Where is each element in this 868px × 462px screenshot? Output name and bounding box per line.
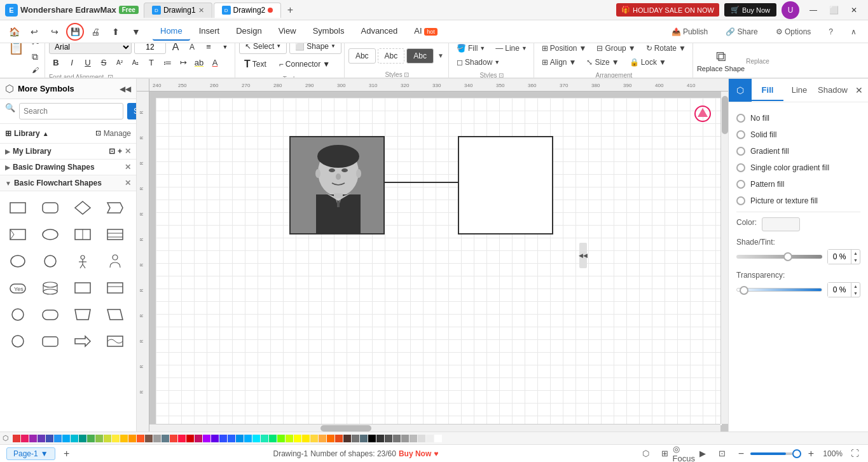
home-quick-button[interactable]: 🏠	[5, 23, 23, 41]
palette-color-swatch[interactable]	[170, 435, 177, 442]
fill-radio-picture[interactable]	[736, 196, 745, 205]
fill-style-button[interactable]: 🪣 Fill ▼	[453, 43, 489, 54]
shape-rect2[interactable]	[70, 276, 95, 299]
shape-person2[interactable]	[102, 250, 128, 273]
palette-color-swatch[interactable]	[310, 435, 318, 442]
palette-color-swatch[interactable]	[38, 435, 45, 442]
fit-button[interactable]: ⊡	[715, 447, 729, 461]
position-button[interactable]: ⊞ Position ▼	[538, 43, 591, 54]
palette-color-swatch[interactable]	[410, 435, 417, 442]
palette-color-swatch[interactable]	[434, 435, 442, 442]
minimize-button[interactable]: —	[804, 3, 822, 17]
connector-button[interactable]: ⌐ Connector ▼	[274, 57, 335, 72]
fullscreen-button[interactable]: ⛶	[848, 447, 862, 461]
transparency-thumb[interactable]	[740, 286, 748, 295]
shade-up-arrow[interactable]: ▲	[851, 250, 860, 257]
shade-input[interactable]	[828, 250, 851, 264]
basic-flowchart-close[interactable]: ✕	[125, 179, 131, 187]
text-button[interactable]: T Text	[239, 57, 272, 72]
shape-notch-rect[interactable]	[5, 223, 31, 246]
shape-diamond[interactable]	[70, 196, 95, 219]
scene-view-icon[interactable]: ⊞	[658, 447, 672, 461]
color-swatch[interactable]	[762, 217, 800, 231]
shadow-style-button[interactable]: ◻ Shadow ▼	[453, 57, 531, 68]
focus-button[interactable]: ◎ Focus	[677, 447, 691, 461]
maximize-button[interactable]: ⬜	[825, 3, 843, 17]
palette-color-swatch[interactable]	[186, 435, 194, 442]
right-panel-close[interactable]: ✕	[850, 85, 868, 95]
zoom-slider[interactable]	[750, 452, 801, 455]
print-button[interactable]: 🖨	[86, 23, 104, 41]
palette-color-swatch[interactable]	[21, 435, 29, 442]
style-expand-button[interactable]: ▼	[436, 43, 446, 69]
fill-radio-pattern[interactable]	[736, 180, 745, 189]
shape-cylinder[interactable]	[38, 276, 63, 299]
palette-color-swatch[interactable]	[343, 435, 351, 442]
shape-rect3[interactable]	[102, 276, 128, 299]
menu-symbols[interactable]: Symbols	[305, 22, 352, 41]
play-button[interactable]: ▶	[696, 447, 710, 461]
palette-color-swatch[interactable]	[393, 435, 401, 442]
shape-button[interactable]: ⬜ Shape ▼	[289, 43, 341, 54]
vertical-scrollbar-thumb[interactable]	[722, 96, 728, 134]
horizontal-scrollbar-thumb[interactable]	[320, 425, 371, 431]
palette-color-swatch[interactable]	[178, 435, 186, 442]
shape-rounded3[interactable]	[38, 330, 63, 353]
shape-trapezoid[interactable]	[70, 303, 95, 326]
palette-color-swatch[interactable]	[236, 435, 244, 442]
palette-color-swatch[interactable]	[294, 435, 301, 442]
indent-button[interactable]: ↦	[176, 57, 190, 69]
palette-color-swatch[interactable]	[327, 435, 334, 442]
palette-color-swatch[interactable]	[71, 435, 78, 442]
palette-color-swatch[interactable]	[46, 435, 53, 442]
fill-radio-gradient[interactable]	[736, 147, 745, 156]
basic-drawing-section[interactable]: ▶ Basic Drawing Shapes ✕	[0, 160, 136, 175]
horizontal-scrollbar[interactable]	[149, 424, 720, 431]
highlight-button[interactable]: ab	[192, 57, 206, 69]
shape-circle2[interactable]	[5, 303, 31, 326]
my-library-add-icon[interactable]: ⊡	[109, 147, 115, 156]
save-button[interactable]: 💾	[66, 23, 84, 41]
search-input[interactable]	[19, 103, 123, 119]
palette-color-swatch[interactable]	[252, 435, 260, 442]
my-library-section[interactable]: ▶ My Library ⊡ + ✕	[0, 144, 136, 160]
shape-arrow-right[interactable]	[70, 330, 95, 353]
shape-rectangle-empty[interactable]	[458, 136, 553, 234]
transparency-input[interactable]	[828, 283, 851, 297]
palette-color-swatch[interactable]	[376, 435, 384, 442]
palette-color-swatch[interactable]	[29, 435, 37, 442]
fill-option-picture[interactable]: Picture or texture fill	[736, 193, 860, 209]
palette-color-swatch[interactable]	[145, 435, 153, 442]
fill-radio-single-gradient[interactable]	[736, 163, 745, 172]
lock-button[interactable]: 🔒 Lock ▼	[626, 57, 670, 68]
shape-oval[interactable]	[38, 223, 63, 246]
font-name-select[interactable]: Arial	[49, 43, 132, 54]
palette-color-swatch[interactable]	[137, 435, 144, 442]
palette-color-swatch[interactable]	[360, 435, 368, 442]
menu-view[interactable]: View	[271, 22, 304, 41]
transparency-down-arrow[interactable]: ▼	[851, 290, 860, 297]
canvas-surface[interactable]	[156, 98, 722, 425]
palette-color-swatch[interactable]	[211, 435, 219, 442]
shape-chevron-rect[interactable]	[102, 196, 128, 219]
shade-thumb[interactable]	[783, 252, 792, 261]
palette-color-swatch[interactable]	[418, 435, 425, 442]
shape-ellipse[interactable]	[5, 250, 31, 273]
cut-button[interactable]: ✂	[29, 43, 42, 49]
palette-color-swatch[interactable]	[153, 435, 161, 442]
palette-color-swatch[interactable]	[277, 435, 285, 442]
text-style-button[interactable]: T	[144, 57, 158, 69]
expand-right-panel-button[interactable]: ◀◀	[579, 243, 587, 268]
fill-option-solid[interactable]: Solid fill	[736, 126, 860, 143]
fill-option-no-fill[interactable]: No fill	[736, 110, 860, 126]
select-button[interactable]: ↖ Select ▼	[239, 43, 287, 54]
superscript-button[interactable]: A²	[113, 57, 127, 69]
font-grow-button[interactable]: A	[169, 43, 183, 53]
canvas-area[interactable]: 240 250 260 270 280 290 300 310 320 330 …	[137, 79, 728, 431]
menu-design[interactable]: Design	[228, 22, 269, 41]
palette-color-swatch[interactable]	[269, 435, 277, 442]
shape-rounded-rect[interactable]	[38, 196, 63, 219]
close-button[interactable]: ✕	[845, 3, 863, 17]
palette-color-swatch[interactable]	[401, 435, 409, 442]
replace-shape-label[interactable]: Replace Shape	[697, 65, 745, 72]
